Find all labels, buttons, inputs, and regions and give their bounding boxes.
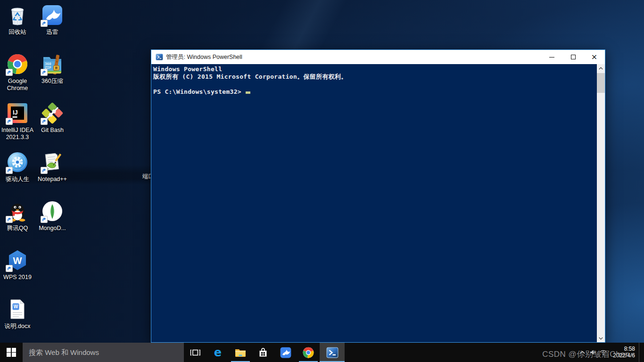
cursor bbox=[246, 91, 250, 94]
taskbar-app-thunder[interactable] bbox=[274, 343, 297, 362]
shortcut-arrow-icon bbox=[6, 265, 13, 272]
thunder-bird-icon bbox=[41, 4, 64, 26]
desktop-icon-label: 360压缩 bbox=[41, 78, 63, 85]
start-button[interactable] bbox=[0, 343, 23, 362]
taskbar-app-store[interactable] bbox=[252, 343, 274, 362]
desktop-icon-label: Notepad++ bbox=[38, 176, 67, 183]
taskbar-app-chrome[interactable] bbox=[297, 343, 320, 362]
hidden-icons-button[interactable] bbox=[577, 347, 587, 358]
search-input[interactable] bbox=[23, 348, 184, 356]
chevron-up-icon bbox=[599, 67, 603, 70]
desktop-icon-shuoming-docx[interactable]: W 说明.docx bbox=[0, 298, 36, 330]
file-explorer-icon bbox=[234, 346, 247, 359]
shortcut-arrow-icon bbox=[41, 20, 48, 27]
desktop-icon-label: 说明.docx bbox=[5, 323, 31, 330]
desktop-icon-360zip[interactable]: 360 ZIP 360压缩 bbox=[34, 53, 71, 85]
network-wifi-icon[interactable] bbox=[598, 347, 608, 358]
svg-text:e: e bbox=[214, 346, 222, 359]
desktop: 回收站 Google Chrome IJ bbox=[0, 0, 644, 362]
desktop-icon-thunder[interactable]: 迅雷 bbox=[34, 4, 71, 36]
shortcut-arrow-icon bbox=[41, 216, 48, 223]
taskbar-app-powershell[interactable] bbox=[320, 343, 345, 362]
desktop-icon-mongodb[interactable]: MongoD... bbox=[34, 200, 71, 232]
shortcut-arrow-icon bbox=[6, 118, 13, 125]
word-document-icon: W bbox=[6, 298, 29, 321]
volume-icon[interactable] bbox=[587, 347, 598, 358]
window-titlebar[interactable]: 管理员: Windows PowerShell × bbox=[151, 50, 605, 64]
desktop-icon-tencent-qq[interactable]: 腾讯QQ bbox=[0, 200, 36, 232]
clock-time: 8:58 bbox=[613, 346, 635, 353]
chevron-down-icon bbox=[599, 337, 603, 340]
chrome-icon bbox=[302, 346, 314, 359]
task-view-icon bbox=[189, 346, 201, 359]
clipped-desktop-icon-label: 端口 bbox=[142, 173, 151, 181]
scrollbar-thumb[interactable] bbox=[597, 73, 605, 93]
desktop-icon-git-bash[interactable]: Git Bash bbox=[34, 102, 71, 134]
intellij-idea-icon: IJ bbox=[6, 102, 29, 124]
desktop-icon-intellij-idea[interactable]: IJ IntelliJ IDEA 2021.3.3 bbox=[0, 102, 36, 141]
desktop-icon-label: WPS 2019 bbox=[3, 274, 32, 281]
desktop-icon-label: 回收站 bbox=[8, 29, 26, 36]
gear-circle-icon bbox=[6, 151, 29, 173]
window-title: 管理员: Windows PowerShell bbox=[166, 53, 541, 61]
shortcut-arrow-icon bbox=[41, 118, 48, 125]
shortcut-arrow-icon bbox=[6, 69, 13, 76]
taskbar: e bbox=[0, 343, 644, 362]
maximize-icon bbox=[571, 55, 576, 59]
desktop-icon-recycle-bin[interactable]: 回收站 bbox=[0, 4, 36, 36]
chrome-icon bbox=[6, 53, 29, 75]
system-tray: 8:58 2022/4/6 bbox=[577, 343, 644, 362]
show-desktop-button[interactable] bbox=[639, 343, 641, 362]
shortcut-arrow-icon bbox=[41, 69, 48, 76]
recycle-bin-icon bbox=[6, 4, 29, 26]
console-line: 版权所有 (C) 2015 Microsoft Corporation。保留所有… bbox=[153, 73, 597, 81]
prompt-text: PS C:\Windows\system32> bbox=[153, 88, 241, 95]
scroll-down-button[interactable] bbox=[597, 334, 605, 342]
console-prompt-line: PS C:\Windows\system32> bbox=[153, 88, 597, 96]
taskbar-app-edge[interactable]: e bbox=[206, 343, 229, 362]
wps-hexagon-icon: W bbox=[6, 249, 29, 272]
powershell-window: 管理员: Windows PowerShell × Windows PowerS… bbox=[151, 49, 605, 343]
console-line: Windows PowerShell bbox=[153, 66, 597, 73]
shortcut-arrow-icon bbox=[6, 216, 13, 223]
svg-text:W: W bbox=[14, 304, 18, 309]
notepadpp-icon bbox=[41, 151, 64, 173]
maximize-button[interactable] bbox=[562, 50, 584, 64]
scroll-up-button[interactable] bbox=[597, 64, 605, 72]
desktop-icon-label: MongoD... bbox=[39, 225, 66, 232]
desktop-icon-wps-2019[interactable]: W WPS 2019 bbox=[0, 249, 36, 281]
powershell-icon bbox=[326, 346, 339, 359]
desktop-icon-label: 驱动人生 bbox=[6, 176, 29, 183]
taskbar-clock[interactable]: 8:58 2022/4/6 bbox=[613, 346, 635, 359]
close-icon: × bbox=[591, 53, 597, 61]
console-output[interactable]: Windows PowerShell 版权所有 (C) 2015 Microso… bbox=[151, 64, 597, 342]
zip-folder-icon: 360 ZIP bbox=[41, 53, 64, 75]
desktop-icon-label: 腾讯QQ bbox=[7, 225, 28, 232]
windows-logo-icon bbox=[7, 348, 16, 357]
powershell-icon bbox=[156, 53, 163, 61]
qq-penguin-icon bbox=[6, 200, 29, 222]
minimize-icon bbox=[549, 57, 554, 58]
clock-date: 2022/4/6 bbox=[613, 353, 635, 359]
edge-icon: e bbox=[212, 346, 224, 359]
desktop-icon-google-chrome[interactable]: Google Chrome bbox=[0, 53, 36, 92]
thunder-icon bbox=[280, 346, 292, 359]
desktop-icon-label: Git Bash bbox=[41, 127, 64, 134]
mongodb-leaf-icon bbox=[41, 200, 64, 222]
desktop-icon-notepadpp[interactable]: Notepad++ bbox=[34, 151, 71, 183]
chevron-up-icon bbox=[579, 349, 586, 356]
close-button[interactable]: × bbox=[584, 50, 605, 64]
console-line-blank bbox=[153, 81, 597, 88]
svg-text:IJ: IJ bbox=[13, 109, 18, 116]
scrollbar[interactable] bbox=[597, 64, 605, 342]
store-icon bbox=[257, 346, 269, 359]
desktop-icon-label: 迅雷 bbox=[47, 29, 58, 36]
svg-text:W: W bbox=[13, 255, 22, 266]
task-view-button[interactable] bbox=[184, 343, 206, 362]
shortcut-arrow-icon bbox=[6, 167, 13, 174]
taskbar-app-file-explorer[interactable] bbox=[229, 343, 252, 362]
desktop-icon-label: Google Chrome bbox=[0, 78, 35, 92]
minimize-button[interactable] bbox=[541, 50, 562, 64]
taskbar-search[interactable] bbox=[23, 343, 184, 362]
desktop-icon-driver-genius[interactable]: 驱动人生 bbox=[0, 151, 36, 183]
